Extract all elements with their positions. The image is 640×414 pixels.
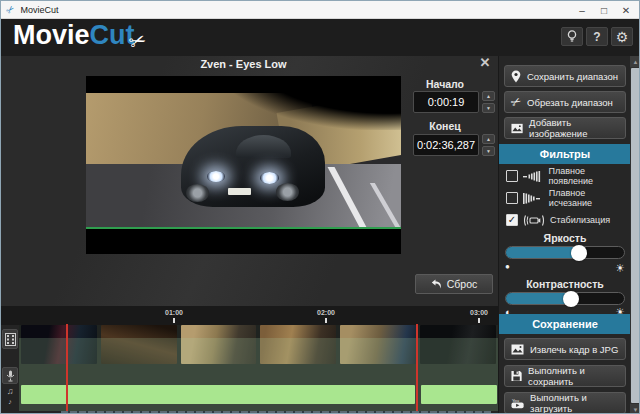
logo-movie: Movie	[13, 20, 90, 50]
tips-button[interactable]	[561, 27, 583, 46]
fade-in-checkbox[interactable]	[506, 170, 518, 182]
brightness-thumb[interactable]	[571, 245, 587, 261]
video-player[interactable]	[86, 76, 401, 254]
end-time-field[interactable]: 0:02:36,287	[413, 134, 479, 156]
maximize-button[interactable]: □	[593, 1, 615, 19]
fade-out-checkbox[interactable]	[506, 192, 518, 204]
scroll-up-arrow[interactable]: ▲	[630, 56, 640, 67]
reset-button[interactable]: Сброс	[415, 274, 493, 294]
save-icon	[511, 370, 522, 382]
end-down-button[interactable]: ▼	[482, 146, 495, 156]
brightness-min-icon: ●	[505, 262, 510, 275]
video-track-button[interactable]	[2, 329, 18, 349]
app-icon: ✂	[3, 3, 17, 17]
start-down-button[interactable]: ▼	[482, 103, 495, 113]
pin-icon	[511, 70, 521, 83]
close-button[interactable]: ✕	[615, 1, 637, 19]
button-label: Обрезать диапазон	[527, 97, 613, 108]
audio-track-segment[interactable]	[21, 385, 415, 404]
help-icon: ?	[593, 30, 600, 44]
button-label: Сохранить диапазон	[527, 71, 618, 82]
contrast-label: Контрастность	[499, 278, 631, 290]
timeline-tracks: ♫ ♪	[1, 325, 498, 414]
start-time-field[interactable]: 0:00:19	[413, 91, 479, 113]
audio-track-segment[interactable]	[421, 385, 497, 404]
checkbox-label: Плавное появление	[548, 166, 628, 186]
add-image-button[interactable]: Добавить изображение	[504, 117, 626, 139]
small-note-icon[interactable]: ♪	[8, 398, 12, 405]
car-in-video	[181, 126, 326, 208]
fade-out-row[interactable]: Плавное исчезание	[506, 191, 628, 205]
brightness-label: Яркость	[499, 232, 631, 244]
contrast-thumb[interactable]	[563, 291, 579, 307]
main-area: Zven - Eyes Low ✕	[1, 56, 498, 414]
fade-in-icon	[523, 171, 544, 182]
button-label: Выполнить и сохранить	[528, 365, 625, 387]
checkbox-label: Плавное исчезание	[549, 188, 628, 208]
button-label: Добавить изображение	[529, 117, 625, 139]
window-title: MovieCut	[20, 5, 58, 15]
timeline-ruler[interactable]: 01:00 02:00 03:00	[1, 306, 498, 325]
minimize-button[interactable]: –	[571, 1, 593, 19]
end-label: Конец	[411, 120, 479, 132]
ruler-tick	[478, 318, 480, 323]
sidebar: Сохранить диапазон ✂ Обрезать диапазон Д…	[498, 56, 630, 414]
scissors-icon: ✂	[125, 27, 149, 55]
brightness-slider[interactable]	[505, 246, 625, 259]
cut-range-button[interactable]: ✂ Обрезать диапазон	[504, 91, 626, 113]
saving-section-header: Сохранение	[499, 314, 631, 334]
checkbox-label: Стабилизация	[550, 215, 610, 225]
image-icon	[511, 344, 524, 355]
titlebar: ✂ MovieCut – □ ✕	[1, 1, 639, 19]
undo-arrow-icon	[431, 279, 442, 289]
fade-out-icon	[523, 193, 544, 204]
execute-upload-button[interactable]: You Выполнить и загрузить	[504, 392, 626, 414]
ruler-mark: 01:00	[165, 309, 183, 316]
filters-section-header: Фильтры	[499, 144, 631, 164]
reset-label: Сброс	[447, 278, 478, 290]
ruler-mark: 03:00	[470, 309, 488, 316]
svg-text:You: You	[512, 398, 520, 403]
stabilization-checkbox[interactable]: ✓	[506, 214, 518, 226]
moviecut-window: ✂ MovieCut – □ ✕ MovieCut✂ ? ⚙	[0, 0, 640, 414]
scroll-down-arrow[interactable]: ▼	[630, 404, 640, 414]
stabilization-row[interactable]: ✓ Стабилизация	[506, 213, 628, 227]
microphone-icon	[6, 370, 15, 382]
sidebar-scrollbar[interactable]: ▲ ▼	[630, 56, 640, 414]
video-title: Zven - Eyes Low	[86, 58, 401, 70]
button-label: Выполнить и загрузить	[530, 392, 625, 414]
brightness-max-icon: ☀	[615, 262, 625, 275]
music-note-icon[interactable]: ♫	[7, 386, 14, 396]
sidebar-scrollbar-thumb[interactable]	[631, 68, 640, 403]
app-header: MovieCut✂ ? ⚙	[1, 19, 639, 56]
close-clip-button[interactable]: ✕	[477, 55, 493, 71]
video-frame	[86, 93, 401, 229]
contrast-slider[interactable]	[505, 292, 625, 305]
start-up-button[interactable]: ▲	[482, 91, 495, 101]
settings-button[interactable]: ⚙	[611, 27, 633, 46]
ruler-mark: 02:00	[317, 309, 335, 316]
youtube-icon: You	[511, 397, 524, 409]
stabilization-icon	[523, 215, 545, 226]
ruler-tick	[173, 318, 175, 323]
app-logo: MovieCut✂	[13, 20, 151, 51]
scissors-icon: ✂	[508, 93, 524, 110]
ruler-tick	[325, 318, 327, 323]
track-icons-column: ♫ ♪	[1, 325, 19, 414]
filmstrip-icon	[5, 333, 16, 346]
execute-save-button[interactable]: Выполнить и сохранить	[504, 365, 626, 387]
button-label: Извлечь кадр в JPG	[530, 344, 618, 355]
extract-frame-button[interactable]: Извлечь кадр в JPG	[504, 338, 626, 360]
image-icon	[511, 123, 523, 134]
range-start-marker[interactable]	[66, 324, 68, 411]
help-button[interactable]: ?	[586, 27, 608, 46]
end-up-button[interactable]: ▲	[482, 134, 495, 144]
fade-in-row[interactable]: Плавное появление	[506, 169, 628, 183]
range-end-marker[interactable]	[416, 324, 418, 411]
record-voice-button[interactable]	[2, 367, 18, 384]
start-label: Начало	[411, 78, 479, 90]
save-range-button[interactable]: Сохранить диапазон	[504, 65, 626, 87]
gear-icon: ⚙	[616, 29, 629, 45]
lightbulb-icon	[567, 30, 577, 43]
